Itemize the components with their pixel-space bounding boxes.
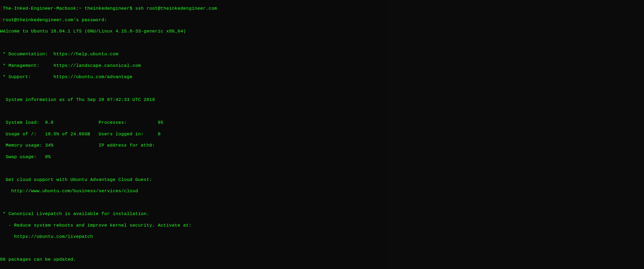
mac-prompt: The-Inked-Engineer-Macbook:~ theinkedeng… <box>3 6 133 11</box>
line-livepatch3: https://ubuntu.com/livepatch <box>0 234 644 239</box>
line-swap: Swap usage: 0% <box>0 154 644 160</box>
blank-line <box>0 40 644 46</box>
line-cloud2: http://www.ubuntu.com/business/services/… <box>0 188 644 194</box>
terminal-output[interactable]: [The-Inked-Engineer-Macbook:~ theinkeden… <box>0 0 644 269</box>
line-sysload: System load: 0.0 Processes: 95 <box>0 120 644 125</box>
line-welcome: Welcome to Ubuntu 18.04.1 LTS (GNU/Linux… <box>0 28 644 34</box>
password-prompt: root@theinkedengineer.com's password: <box>3 17 107 23</box>
line-doc: * Documentation: https://help.ubuntu.com <box>0 51 644 57</box>
bracket-icon: [ <box>0 17 3 23</box>
line-livepatch1: * Canonical Livepatch is available for i… <box>0 211 644 217</box>
blank-line <box>0 108 644 114</box>
line-cloud1: Get cloud support with Ubuntu Advantage … <box>0 177 644 183</box>
bracket-icon: [ <box>0 6 3 11</box>
line-mem: Memory usage: 34% IP address for eth0: <box>0 143 644 148</box>
line-support: * Support: https://ubuntu.com/advantage <box>0 74 644 80</box>
line-password: [root@theinkedengineer.com's password: <box>0 17 644 23</box>
blank-line <box>0 200 644 205</box>
blank-line <box>0 86 644 91</box>
blank-line <box>0 245 644 251</box>
blank-line <box>0 165 644 171</box>
line-mgmt: * Management: https://landscape.canonica… <box>0 63 644 68</box>
line-livepatch2: - Reduce system reboots and improve kern… <box>0 223 644 228</box>
line-ssh: [The-Inked-Engineer-Macbook:~ theinkeden… <box>0 6 644 11</box>
line-pkg-updates: 86 packages can be updated. <box>0 257 644 262</box>
line-usage: Usage of /: 10.5% of 24.06GB Users logge… <box>0 131 644 137</box>
ssh-command: ssh root@theinkedengineer.com <box>133 6 217 11</box>
line-sysinfo-header: System information as of Thu Sep 20 07:4… <box>0 97 644 103</box>
